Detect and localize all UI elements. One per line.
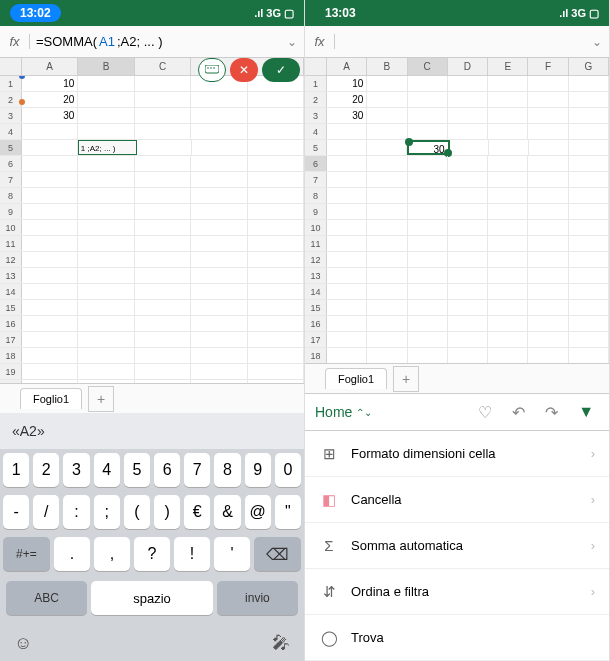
cell-E16[interactable] [248, 316, 304, 331]
cell-B10[interactable] [78, 220, 134, 235]
cell-E15[interactable] [488, 300, 528, 315]
key-'[interactable]: ' [214, 537, 250, 571]
cell-E4[interactable] [248, 124, 304, 139]
cell-C9[interactable] [135, 204, 191, 219]
key-2[interactable]: 2 [33, 453, 59, 487]
cell-G18[interactable] [569, 348, 609, 363]
cell-B12[interactable] [367, 252, 407, 267]
cell-C20[interactable] [135, 380, 191, 383]
cell-F1[interactable] [528, 76, 568, 91]
cell-F18[interactable] [528, 348, 568, 363]
cell-C17[interactable] [408, 332, 448, 347]
cell-F11[interactable] [528, 236, 568, 251]
cell-C13[interactable] [408, 268, 448, 283]
cell-C8[interactable] [135, 188, 191, 203]
cell-A5[interactable] [22, 140, 78, 155]
cell-A14[interactable] [327, 284, 367, 299]
cell-A10[interactable] [327, 220, 367, 235]
cell-D10[interactable] [191, 220, 247, 235]
cell-A1[interactable]: 10 [22, 76, 78, 91]
cell-C15[interactable] [135, 300, 191, 315]
cell-D19[interactable] [191, 364, 247, 379]
cell-C5[interactable]: 30 [407, 140, 450, 155]
cell-E3[interactable] [248, 108, 304, 123]
cell-D15[interactable] [448, 300, 488, 315]
cell-C18[interactable] [408, 348, 448, 363]
cell-B12[interactable] [78, 252, 134, 267]
menu-item[interactable]: ⇵Ordina e filtra› [305, 569, 609, 615]
sheet-tab[interactable]: Foglio1 [325, 368, 387, 389]
cell-B17[interactable] [367, 332, 407, 347]
cell-D4[interactable] [191, 124, 247, 139]
cell-C10[interactable] [135, 220, 191, 235]
col-E[interactable]: E [488, 58, 528, 75]
cell-E13[interactable] [488, 268, 528, 283]
cell-A6[interactable] [22, 156, 78, 171]
cell-B2[interactable] [78, 92, 134, 107]
chevron-down-icon[interactable]: ⌄ [280, 35, 304, 49]
cell-G16[interactable] [569, 316, 609, 331]
key-([interactable]: ( [124, 495, 150, 529]
cell-D7[interactable] [448, 172, 488, 187]
cell-A12[interactable] [327, 252, 367, 267]
lightbulb-icon[interactable]: ♡ [473, 403, 497, 422]
col-A[interactable]: A [22, 58, 78, 75]
cell-D11[interactable] [448, 236, 488, 251]
cell-C12[interactable] [408, 252, 448, 267]
cell-G5[interactable] [569, 140, 609, 155]
cell-C3[interactable] [135, 108, 191, 123]
cell-A10[interactable] [22, 220, 78, 235]
cell-A9[interactable] [22, 204, 78, 219]
cell-G8[interactable] [569, 188, 609, 203]
formula-bar[interactable]: fx =SOMMA( A1 ;A2; ... ) ⌄ [0, 26, 304, 58]
cell-E1[interactable] [488, 76, 528, 91]
cell-B14[interactable] [78, 284, 134, 299]
cell-B8[interactable] [78, 188, 134, 203]
cell-E8[interactable] [248, 188, 304, 203]
key-1[interactable]: 1 [3, 453, 29, 487]
cell-A3[interactable]: 30 [327, 108, 367, 123]
cell-F7[interactable] [528, 172, 568, 187]
cell-D5[interactable] [192, 140, 248, 155]
key-enter[interactable]: invio [217, 581, 298, 615]
cell-E17[interactable] [488, 332, 528, 347]
cell-F14[interactable] [528, 284, 568, 299]
cell-B15[interactable] [367, 300, 407, 315]
cell-B5[interactable] [367, 140, 407, 155]
cell-C7[interactable] [408, 172, 448, 187]
key-7[interactable]: 7 [184, 453, 210, 487]
cell-B7[interactable] [367, 172, 407, 187]
cell-F15[interactable] [528, 300, 568, 315]
cell-C6[interactable] [135, 156, 191, 171]
cell-D3[interactable] [448, 108, 488, 123]
menu-item[interactable]: ⊞Formato dimensioni cella› [305, 431, 609, 477]
key-9[interactable]: 9 [245, 453, 271, 487]
cell-D5[interactable] [450, 140, 490, 155]
cell-C9[interactable] [408, 204, 448, 219]
cell-A9[interactable] [327, 204, 367, 219]
cell-D9[interactable] [191, 204, 247, 219]
menu-item[interactable]: ◯Trova [305, 615, 609, 661]
cell-C14[interactable] [408, 284, 448, 299]
add-sheet-button[interactable]: + [88, 386, 114, 412]
key-@[interactable]: @ [245, 495, 271, 529]
cell-A15[interactable] [22, 300, 78, 315]
cell-A13[interactable] [22, 268, 78, 283]
cell-D6[interactable] [448, 156, 488, 171]
keyboard-toggle-button[interactable] [198, 58, 226, 82]
cell-G7[interactable] [569, 172, 609, 187]
col-F[interactable]: F [528, 58, 568, 75]
cell-B16[interactable] [367, 316, 407, 331]
cell-C1[interactable] [135, 76, 191, 91]
cell-C2[interactable] [408, 92, 448, 107]
cell-A18[interactable] [327, 348, 367, 363]
cell-A16[interactable] [22, 316, 78, 331]
cell-B10[interactable] [367, 220, 407, 235]
cell-E10[interactable] [248, 220, 304, 235]
cell-A8[interactable] [22, 188, 78, 203]
cell-A1[interactable]: 10 [327, 76, 367, 91]
cell-G4[interactable] [569, 124, 609, 139]
key-space[interactable]: spazio [91, 581, 213, 615]
ribbon-home[interactable]: Home ⌃⌄ [315, 404, 372, 420]
cell-C16[interactable] [408, 316, 448, 331]
